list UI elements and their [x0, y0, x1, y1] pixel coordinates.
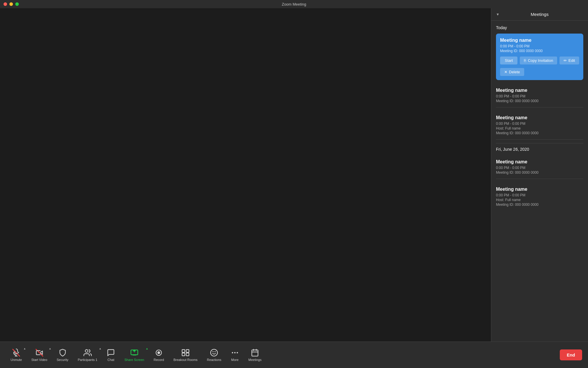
svg-rect-4 — [133, 355, 136, 355]
meeting-actions-delete: ✕ Delete — [500, 68, 579, 76]
toolbar-item-breakout-rooms[interactable]: Breakout Rooms — [169, 342, 202, 368]
video-chevron[interactable]: ▲ — [49, 347, 51, 350]
breakout-rooms-label: Breakout Rooms — [173, 358, 198, 362]
svg-rect-7 — [182, 349, 185, 352]
record-label: Record — [153, 358, 164, 362]
end-button[interactable]: End — [560, 349, 582, 360]
security-label: Security — [57, 358, 69, 362]
share-screen-chevron[interactable]: ▲ — [146, 347, 148, 350]
svg-rect-8 — [186, 349, 189, 352]
meeting-time-2: 0:00 PM - 0:00 PM — [496, 94, 583, 98]
more-icon — [231, 349, 239, 357]
svg-point-6 — [158, 352, 160, 354]
toolbar-item-more[interactable]: More — [226, 342, 244, 368]
meeting-host-5: Host: Full name — [496, 198, 583, 202]
svg-point-14 — [232, 352, 233, 353]
meetings-icon — [251, 349, 259, 357]
window-controls[interactable] — [4, 2, 19, 6]
panel-header: ▼ Meetings — [491, 8, 588, 21]
close-button[interactable] — [4, 2, 7, 6]
meeting-card-active[interactable]: Meeting name 0:00 PM - 0:00 PM Meeting I… — [496, 34, 583, 80]
shield-icon — [59, 349, 67, 357]
start-button[interactable]: Start — [500, 57, 517, 64]
right-panel: ▼ Meetings Today Meeting name 0:00 PM - … — [491, 8, 588, 342]
meeting-card-3[interactable]: Meeting name 0:00 PM - 0:00 PM Host: Ful… — [496, 111, 583, 140]
minimize-button[interactable] — [9, 2, 13, 6]
participants-label: Participants 1 — [78, 358, 98, 362]
meeting-time-4: 0:00 PM - 0:00 PM — [496, 166, 583, 170]
meeting-name-3: Meeting name — [496, 115, 583, 120]
chat-label: Chat — [108, 358, 114, 362]
meeting-name-1: Meeting name — [500, 38, 579, 43]
meeting-time-5: 0:00 PM - 0:00 PM — [496, 193, 583, 197]
toolbar-item-security[interactable]: Security — [52, 342, 73, 368]
more-label: More — [231, 358, 238, 362]
toolbar-item-meetings[interactable]: Meetings — [244, 342, 266, 368]
unmute-label: Unmute — [11, 358, 22, 362]
title-bar: Zoom Meeting — [0, 0, 588, 8]
main-area: ▼ Meetings Today Meeting name 0:00 PM - … — [0, 8, 588, 342]
svg-rect-17 — [252, 350, 258, 356]
meeting-time-3: 0:00 PM - 0:00 PM — [496, 122, 583, 126]
delete-icon: ✕ — [504, 70, 507, 74]
section-date-fri: Fri, June 26, 2020 — [496, 147, 583, 152]
start-video-label: Start Video — [31, 358, 47, 362]
edit-button[interactable]: ✏ Edit — [559, 57, 579, 64]
meeting-actions-1: Start ⎘ Copy Invitation ✏ Edit — [500, 57, 579, 64]
meeting-id-1: Meeting ID: 000 0000 0000 — [500, 49, 579, 53]
svg-point-15 — [234, 352, 235, 353]
panel-title: Meetings — [531, 12, 549, 17]
meeting-name-2: Meeting name — [496, 88, 583, 93]
record-icon — [155, 349, 163, 357]
meeting-host-3: Host: Full name — [496, 126, 583, 130]
meetings-label: Meetings — [248, 358, 262, 362]
maximize-button[interactable] — [15, 2, 19, 6]
participants-chevron[interactable]: ▲ — [99, 347, 101, 350]
edit-icon: ✏ — [564, 58, 567, 63]
toolbar-item-share-screen[interactable]: Share Screen ▲ — [120, 342, 149, 368]
section-date-today: Today — [496, 25, 583, 30]
chat-icon — [107, 349, 115, 357]
meeting-id-3: Meeting ID: 000 0000 0000 — [496, 131, 583, 135]
meeting-name-4: Meeting name — [496, 159, 583, 165]
delete-button[interactable]: ✕ Delete — [500, 68, 524, 76]
window-title: Zoom Meeting — [282, 2, 306, 6]
unmute-chevron[interactable]: ▲ — [24, 347, 26, 350]
video-off-icon — [35, 349, 44, 357]
toolbar-item-record[interactable]: Record — [149, 342, 168, 368]
meeting-name-5: Meeting name — [496, 187, 583, 192]
svg-rect-10 — [186, 353, 189, 356]
meeting-id-2: Meeting ID: 000 0000 0000 — [496, 99, 583, 103]
svg-point-2 — [85, 349, 88, 352]
mic-off-icon — [12, 349, 20, 357]
panel-collapse-button[interactable]: ▼ — [496, 12, 500, 16]
section-separator — [496, 143, 583, 143]
breakout-rooms-icon — [181, 349, 190, 357]
panel-content: Today Meeting name 0:00 PM - 0:00 PM Mee… — [491, 21, 588, 342]
meeting-id-5: Meeting ID: 000 0000 0000 — [496, 203, 583, 207]
toolbar-item-reactions[interactable]: Reactions — [202, 342, 226, 368]
participants-icon — [83, 349, 92, 357]
toolbar: Unmute ▲ Start Video ▲ Security — [0, 342, 588, 368]
svg-point-11 — [211, 349, 218, 356]
svg-rect-9 — [182, 353, 185, 356]
toolbar-item-unmute[interactable]: Unmute ▲ — [6, 342, 27, 368]
share-screen-label: Share Screen — [124, 358, 144, 362]
meeting-card-5[interactable]: Meeting name 0:00 PM - 0:00 PM Host: Ful… — [496, 183, 583, 211]
reactions-icon — [210, 349, 218, 357]
meeting-card-2[interactable]: Meeting name 0:00 PM - 0:00 PM Meeting I… — [496, 84, 583, 107]
share-screen-icon — [130, 349, 138, 357]
meeting-card-4[interactable]: Meeting name 0:00 PM - 0:00 PM Meeting I… — [496, 155, 583, 179]
copy-icon: ⎘ — [524, 58, 526, 63]
video-area — [0, 8, 491, 342]
meeting-id-4: Meeting ID: 000 0000 0000 — [496, 170, 583, 175]
toolbar-item-chat[interactable]: Chat — [102, 342, 120, 368]
meeting-time-1: 0:00 PM - 0:00 PM — [500, 44, 579, 48]
toolbar-item-start-video[interactable]: Start Video ▲ — [27, 342, 52, 368]
svg-point-16 — [237, 352, 238, 353]
copy-invitation-button[interactable]: ⎘ Copy Invitation — [520, 57, 557, 64]
toolbar-item-participants[interactable]: Participants 1 ▲ — [73, 342, 102, 368]
reactions-label: Reactions — [207, 358, 221, 362]
